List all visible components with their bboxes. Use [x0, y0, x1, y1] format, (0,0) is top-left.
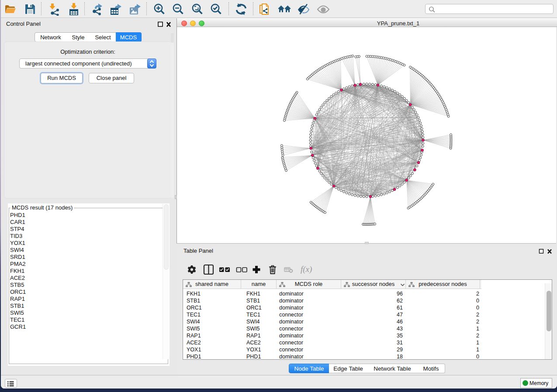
- svg-text:f(x): f(x): [301, 265, 312, 274]
